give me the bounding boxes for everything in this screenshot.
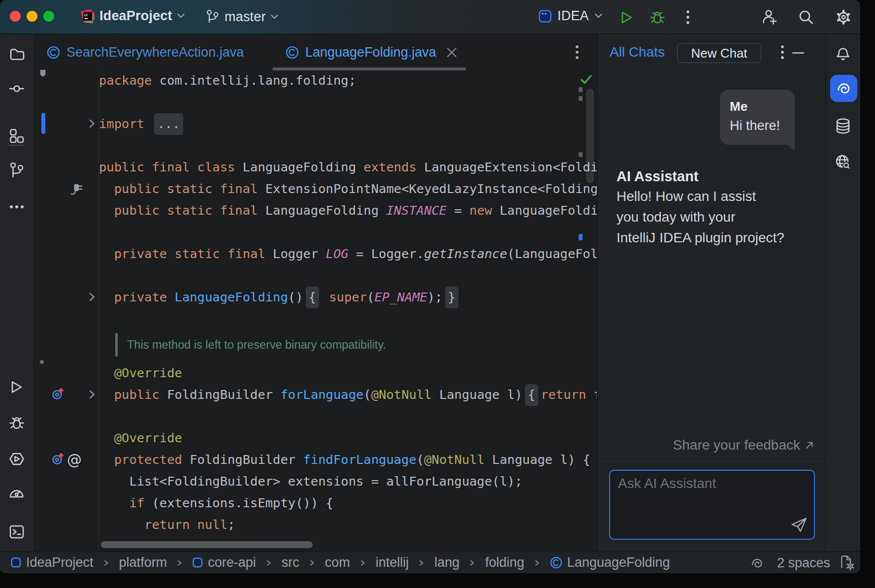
breadcrumb-item[interactable]: lang [434, 555, 459, 570]
services-icon [9, 453, 24, 466]
breadcrumb-item[interactable]: com [325, 555, 350, 570]
breadcrumb-item[interactable]: folding [485, 555, 524, 570]
user-chat-bubble: Me Hi there! [720, 90, 795, 145]
module-icon [11, 557, 21, 568]
run-tool-button[interactable] [10, 381, 23, 394]
assistant-message-line: Hello! How can I assist [616, 186, 784, 207]
file-settings-icon[interactable] [840, 555, 855, 571]
more-kebab-icon [576, 45, 579, 59]
minimize-icon [792, 52, 804, 54]
overrides-method-icon[interactable] [52, 453, 64, 466]
breadcrumb-item[interactable]: src [282, 555, 299, 570]
editor-area: SearchEverywhereAction.java LanguageFold… [34, 34, 597, 551]
all-chats-link[interactable]: All Chats [610, 34, 665, 70]
chat-author-assistant: AI Assistant [616, 168, 784, 184]
debug-tool-button[interactable] [9, 417, 24, 430]
ai-chat-input[interactable]: Ask AI Assistant [609, 470, 815, 540]
notifications-bell-icon [836, 46, 851, 61]
notifications-button[interactable] [836, 46, 851, 61]
terminal-tool-button[interactable] [9, 525, 24, 539]
settings-button[interactable] [835, 9, 852, 26]
structure-tool-button[interactable] [9, 129, 24, 143]
breadcrumb-separator [103, 560, 109, 566]
stripe-divider [9, 145, 25, 146]
assistant-message-line: IntelliJ IDEA plugin project? [616, 228, 784, 248]
project-widget[interactable]: IJ IdeaProject [81, 8, 185, 24]
breadcrumb-item[interactable]: core-api [193, 555, 256, 570]
code-editor[interactable]: @ package com.intellij.lang.folding;impo… [34, 70, 597, 551]
code-with-me-button[interactable] [761, 9, 778, 26]
close-tab-icon[interactable] [447, 47, 457, 58]
ai-swirl-icon[interactable] [750, 556, 764, 570]
breadcrumb-item[interactable]: IdeaProject [11, 555, 94, 570]
code-line: public final class LanguageFolding exten… [99, 156, 597, 178]
project-name: IdeaProject [99, 8, 172, 24]
database-tool-button[interactable] [835, 118, 851, 134]
editor-vertical-scrollbar[interactable] [586, 89, 594, 183]
search-everywhere-button[interactable] [798, 9, 814, 26]
indent-config[interactable]: 2 spaces [777, 555, 830, 571]
vcs-change-marker [41, 113, 45, 134]
run-config-name: IDEA [557, 8, 589, 24]
more-dots-icon [10, 205, 24, 208]
commit-tool-button[interactable] [9, 83, 24, 95]
ai-input-placeholder: Ask AI Assistant [618, 476, 716, 491]
git-branch-tool-button[interactable] [10, 163, 23, 179]
fold-arrow-icon[interactable] [89, 293, 95, 301]
run-button[interactable] [618, 9, 635, 26]
stripe-mark [579, 87, 583, 92]
fold-arrow-icon[interactable] [89, 119, 95, 128]
tab-languagefolding[interactable]: LanguageFolding.java [286, 34, 457, 70]
tab-searcheverywhereaction[interactable]: SearchEverywhereAction.java [47, 34, 244, 70]
gutter-dot [40, 360, 44, 364]
run-configuration-widget[interactable]: IDEA [539, 8, 602, 24]
extension-point-plug-icon [70, 182, 83, 196]
minimize-window-button[interactable] [27, 11, 37, 22]
tab-label: LanguageFolding.java [305, 45, 436, 60]
hide-panel-button[interactable] [792, 52, 804, 54]
breadcrumb-item[interactable]: LanguageFolding [550, 555, 670, 570]
java-class-icon [550, 556, 562, 569]
ai-options-button[interactable] [781, 45, 784, 59]
code-line: protected FoldingBuilder findForLanguage… [99, 449, 590, 470]
share-feedback-link[interactable]: Share your feedback [673, 437, 813, 453]
profiler-tool-button[interactable] [9, 487, 24, 499]
code-line: if (extensions.isEmpty()) { [99, 492, 333, 514]
breadcrumb-label: platform [119, 555, 167, 570]
breadcrumb-label: LanguageFolding [567, 555, 670, 570]
breadcrumb-item[interactable]: platform [119, 555, 167, 570]
breadcrumb-item[interactable]: intellij [376, 555, 409, 570]
overrides-method-icon[interactable] [52, 388, 64, 401]
breadcrumb-separator [469, 560, 475, 566]
debug-icon [650, 11, 665, 24]
services-tool-button[interactable] [9, 453, 24, 466]
ai-assistant-tool-button[interactable] [830, 75, 857, 102]
close-window-button[interactable] [10, 11, 21, 22]
new-chat-button[interactable]: New Chat [677, 43, 761, 63]
zoom-window-button[interactable] [43, 11, 54, 22]
fold-arrow-icon[interactable] [89, 390, 95, 399]
debug-button[interactable] [649, 9, 666, 26]
vcs-branch-widget[interactable]: master [207, 8, 278, 25]
chevron-down-icon [595, 14, 602, 18]
ai-assistant-panel: All Chats New Chat Me Hi there! AI Assis… [597, 34, 825, 551]
external-link-arrow-icon [805, 441, 813, 450]
editor-horizontal-scrollbar[interactable] [101, 541, 313, 548]
left-tool-stripe [0, 34, 33, 551]
inspection-check-icon[interactable] [581, 74, 592, 85]
stripe-mark [579, 96, 583, 101]
editor-tab-bar: SearchEverywhereAction.java LanguageFold… [34, 34, 597, 70]
code-line: import ... [99, 113, 186, 134]
more-dots-tool-button[interactable] [10, 205, 24, 208]
ai-panel-header: All Chats New Chat [598, 34, 825, 70]
chat-author-me: Me [730, 99, 795, 113]
code-line: public FoldingBuilder forLanguage(@NotNu… [99, 384, 597, 405]
run-icon [10, 381, 23, 394]
endpoints-tool-button[interactable] [836, 155, 851, 170]
intellij-logo-icon: IJ [81, 9, 95, 23]
project-folder-tool-button[interactable] [9, 46, 25, 60]
more-actions-button[interactable] [680, 9, 696, 26]
add-user-icon [762, 10, 778, 25]
send-message-icon[interactable] [791, 517, 808, 533]
tab-options-button[interactable] [576, 45, 579, 59]
